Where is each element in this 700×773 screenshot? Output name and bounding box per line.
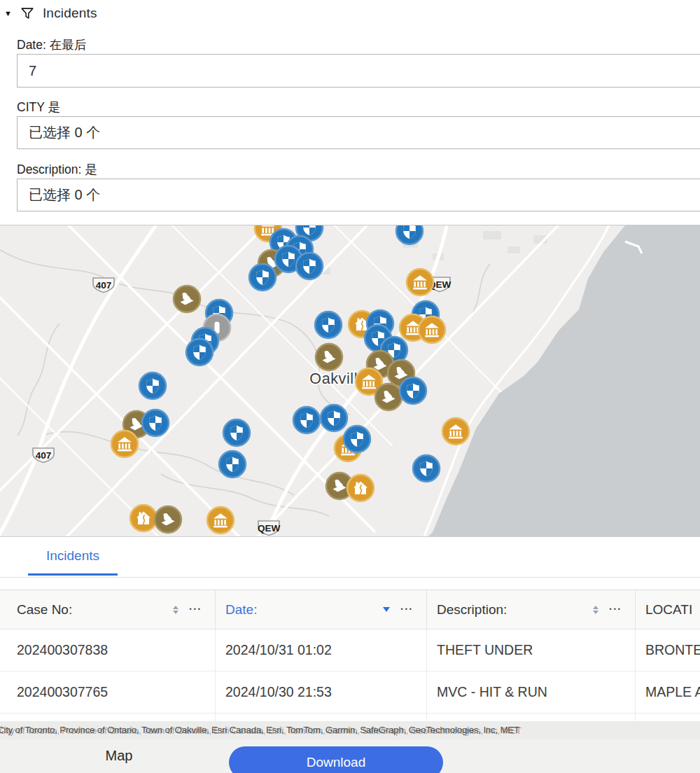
map-marker-hand[interactable] [375, 384, 402, 410]
description-select[interactable]: 已选择 0 个 [17, 179, 700, 211]
results-tabbar: Incidents [0, 537, 700, 578]
map-marker-blue[interactable] [400, 377, 426, 404]
sort-icon-case-no[interactable] [173, 606, 178, 614]
svg-text:407: 407 [96, 280, 112, 291]
map-marker-blue[interactable] [139, 372, 166, 399]
map-marker-blue[interactable] [142, 410, 169, 436]
active-tab-underline [28, 573, 118, 576]
map-marker-bank[interactable] [442, 418, 469, 445]
map-marker-blue[interactable] [293, 407, 320, 433]
column-header-location: LOCATI [636, 590, 700, 629]
city-select-value: 已选择 0 个 [29, 123, 100, 142]
map-marker-house[interactable] [347, 475, 374, 501]
map-marker-bank[interactable] [111, 431, 138, 457]
map-marker-bank[interactable] [407, 269, 433, 295]
highway-shield-QEW: QEW [258, 521, 281, 536]
collapse-triangle-icon[interactable]: ▼ [4, 10, 12, 18]
map-marker-blue[interactable] [315, 312, 342, 338]
map-marker-bank[interactable] [207, 507, 234, 534]
description-filter-label: Description: 是 [17, 161, 97, 178]
table-row-partial[interactable] [0, 713, 700, 721]
download-button[interactable]: Download [229, 746, 443, 773]
map-marker-blue[interactable] [219, 451, 246, 478]
map-view[interactable]: Oakville 407407QEWQEW [0, 225, 700, 537]
city-filter-label: CITY 是 [17, 99, 60, 116]
table-row[interactable]: 202400307838 2024/10/31 01:02 THEFT UNDE… [0, 629, 700, 671]
city-select[interactable]: 已选择 0 个 [17, 116, 700, 149]
incidents-dashboard: ▼ Incidents Date: 在最后 7 CITY 是 已选择 0 个 D… [0, 0, 700, 773]
column-header-description: Description: ••• [427, 590, 636, 629]
map-view-toggle[interactable]: Map [59, 748, 178, 764]
description-cell: THEFT UNDER [427, 629, 636, 671]
filter-funnel-icon [20, 6, 35, 21]
date-filter-label: Date: 在最后 [17, 36, 86, 53]
sort-descending-icon-date[interactable] [383, 607, 390, 612]
svg-text:QEW: QEW [258, 523, 281, 534]
map-marker-hand[interactable] [155, 506, 181, 533]
highway-shield-407: 407 [93, 278, 114, 293]
description-cell: MVC - HIT & RUN [427, 671, 636, 713]
svg-text:407: 407 [36, 450, 52, 461]
date-days-input[interactable]: 7 [17, 54, 700, 88]
date-days-value: 7 [29, 63, 36, 79]
case-no-cell: 202400307765 [0, 671, 216, 713]
column-menu-date[interactable]: ••• [401, 606, 414, 613]
attribution-text: City of Toronto, Province of Ontario, To… [0, 721, 519, 739]
case-no-cell: 202400307838 [0, 629, 216, 671]
map-marker-blue[interactable] [321, 405, 347, 431]
column-header-case-no: Case No: ••• [0, 590, 216, 629]
map-canvas[interactable]: Oakville 407407QEWQEW [0, 225, 700, 536]
map-marker-blue[interactable] [223, 419, 250, 446]
column-header-date: Date: ••• [216, 590, 427, 629]
map-attribution: City of Toronto, Province of Ontario, To… [0, 721, 700, 739]
tab-incidents[interactable]: Incidents [28, 548, 118, 564]
bottom-bar: Map Download [0, 739, 700, 773]
map-marker-blue[interactable] [396, 225, 423, 244]
location-cell: MAPLE A [636, 671, 700, 713]
sort-icon-description[interactable] [593, 606, 598, 614]
column-menu-description[interactable]: ••• [610, 606, 622, 613]
map-marker-blue[interactable] [186, 339, 213, 365]
map-marker-hand[interactable] [316, 344, 342, 370]
map-marker-blue[interactable] [249, 264, 276, 291]
map-marker-blue[interactable] [413, 455, 440, 482]
map-marker-blue[interactable] [344, 426, 370, 452]
incidents-table: Case No: ••• Date: ••• Description: ••• [0, 590, 700, 721]
map-marker-bank[interactable] [419, 316, 445, 343]
filter-panel: ▼ Incidents Date: 在最后 7 CITY 是 已选择 0 个 D… [0, 0, 700, 225]
table-header-row: Case No: ••• Date: ••• Description: ••• [0, 590, 700, 629]
map-marker-blue[interactable] [296, 253, 323, 279]
map-marker-house[interactable] [130, 505, 157, 531]
date-cell: 2024/10/30 21:53 [216, 671, 427, 713]
location-cell: BRONTE [636, 629, 700, 671]
column-menu-case-no[interactable]: ••• [190, 606, 202, 613]
description-select-value: 已选择 0 个 [29, 186, 100, 204]
highway-shield-407: 407 [33, 448, 54, 463]
table-row[interactable]: 202400307765 2024/10/30 21:53 MVC - HIT … [0, 671, 700, 713]
map-marker-hand[interactable] [174, 286, 200, 312]
filter-panel-title: Incidents [43, 6, 97, 21]
date-cell: 2024/10/31 01:02 [216, 629, 427, 671]
filter-panel-header: ▼ Incidents [4, 4, 97, 22]
